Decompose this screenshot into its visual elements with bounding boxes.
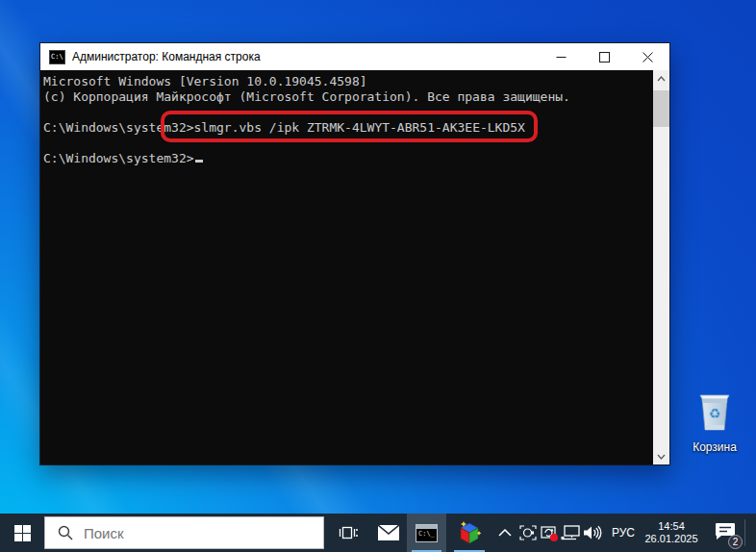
- sync-alert-icon: [541, 525, 559, 541]
- start-button[interactable]: [0, 514, 44, 552]
- maximize-button[interactable]: [583, 43, 626, 70]
- taskbar-clock[interactable]: 14:54 26.01.2025: [641, 514, 702, 552]
- tray-capture-button[interactable]: [517, 514, 539, 552]
- capture-camera-icon: [519, 525, 537, 540]
- clock-date: 26.01.2025: [644, 533, 697, 545]
- cmd-taskbar-button[interactable]: C:\_: [407, 514, 446, 552]
- close-button[interactable]: [626, 43, 669, 70]
- chevron-up-icon: [498, 529, 512, 537]
- window-title: Администратор: Командная строка: [72, 50, 261, 63]
- tray-sync-alert-button[interactable]: [539, 514, 560, 552]
- recycle-bin-icon: ♻: [693, 390, 737, 435]
- tray-volume-button[interactable]: [581, 514, 604, 552]
- console-line-version: Microsoft Windows [Version 10.0.19045.45…: [43, 74, 367, 88]
- task-view-icon: [339, 524, 358, 541]
- search-input[interactable]: [84, 525, 295, 541]
- show-desktop-button[interactable]: [745, 514, 756, 552]
- maximize-icon: [599, 52, 610, 63]
- search-icon: [58, 525, 73, 540]
- console-line-copyright: (c) Корпорация Майкрософт (Microsoft Cor…: [43, 89, 570, 104]
- cube-app-icon: [456, 519, 483, 546]
- clock-time: 14:54: [658, 520, 685, 533]
- windows-logo-icon: [14, 525, 31, 541]
- close-icon: [643, 52, 653, 63]
- language-label: РУС: [612, 526, 635, 539]
- tray-network-button[interactable]: [560, 514, 581, 552]
- scrollbar-up-button[interactable]: [653, 70, 669, 87]
- chevron-up-icon: [657, 76, 666, 82]
- tray-overflow-button[interactable]: [492, 514, 517, 552]
- speaker-icon: [583, 525, 602, 540]
- cmd-window-icon: C:\.: [49, 50, 65, 64]
- chevron-down-icon: [657, 454, 666, 460]
- notification-badge: 2: [728, 535, 743, 549]
- scrollbar[interactable]: [653, 70, 669, 464]
- desktop: C:\. Администратор: Командная строка Mic…: [0, 0, 756, 552]
- minimize-button[interactable]: [540, 43, 583, 70]
- recycle-bin-label: Корзина: [683, 440, 746, 454]
- console-output[interactable]: Microsoft Windows [Version 10.0.19045.45…: [40, 70, 669, 464]
- svg-text:♻: ♻: [709, 406, 721, 421]
- mail-icon: [378, 525, 399, 540]
- console-prompt: C:\Windows\system32>: [43, 120, 194, 135]
- cmd-app-icon: C:\_: [416, 524, 438, 542]
- network-ethernet-icon: [561, 525, 580, 540]
- console-command: slmgr.vbs /ipk ZTRMK-4LWYT-ABR51-AK3EE-L…: [194, 120, 525, 135]
- console-text: Microsoft Windows [Version 10.0.19045.45…: [43, 74, 650, 166]
- scrollbar-down-button[interactable]: [653, 448, 669, 464]
- console-prompt-current: C:\Windows\system32>: [43, 151, 194, 165]
- taskbar: C:\_: [0, 514, 756, 552]
- language-indicator[interactable]: РУС: [606, 514, 641, 552]
- titlebar[interactable]: C:\. Администратор: Командная строка: [40, 43, 669, 70]
- activator-app-button[interactable]: [449, 514, 490, 552]
- minimize-icon: [556, 52, 567, 63]
- text-cursor: [195, 160, 203, 163]
- scrollbar-thumb[interactable]: [653, 90, 669, 127]
- cmd-window: C:\. Администратор: Командная строка Mic…: [40, 43, 669, 464]
- action-center-button[interactable]: 2: [706, 514, 744, 552]
- mail-app-button[interactable]: [370, 514, 406, 552]
- recycle-bin-shortcut[interactable]: ♻ Корзина: [683, 390, 746, 454]
- task-view-button[interactable]: [331, 514, 365, 552]
- taskbar-search[interactable]: [44, 516, 324, 549]
